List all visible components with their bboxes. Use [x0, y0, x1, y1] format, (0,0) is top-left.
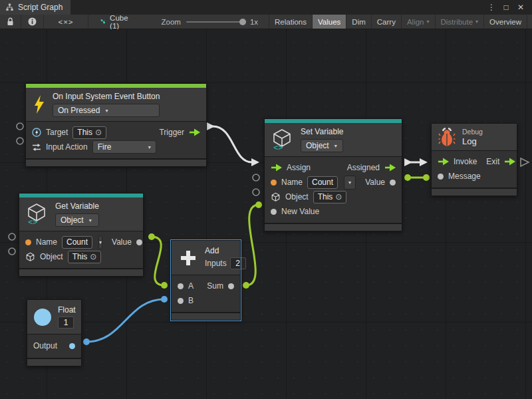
wire-endpoint [161, 282, 168, 289]
node-footer [265, 223, 402, 231]
message-input-port[interactable] [438, 174, 444, 180]
object-cube-icon [271, 192, 281, 202]
more-options-icon[interactable]: ⋮ [485, 3, 497, 12]
tab-script-graph[interactable]: Script Graph [0, 0, 70, 15]
unconnected-port[interactable] [9, 248, 15, 255]
node-footer [27, 358, 81, 366]
node-set-variable[interactable]: <> Set Variable Object ▾ Assign [264, 118, 402, 231]
node-footer [172, 312, 240, 320]
event-mode-dropdown[interactable]: On Pressed ▾ [53, 104, 160, 117]
name-input-port[interactable] [271, 180, 277, 186]
lock-icon [7, 17, 14, 26]
toolbar-button-distribute[interactable]: Distribute ▾ [436, 15, 485, 29]
wire-endpoint [83, 338, 90, 345]
unconnected-port[interactable] [9, 233, 15, 240]
node-get-variable[interactable]: <> Get Variable Object ▾ Name Count ▾ [19, 193, 144, 277]
info-icon [28, 17, 37, 26]
value-output-port[interactable] [390, 180, 396, 186]
zoom-slider[interactable] [186, 21, 245, 23]
node-title: Add [205, 246, 246, 255]
b-input-port[interactable] [178, 298, 184, 304]
close-icon[interactable]: ✕ [515, 3, 527, 12]
node-add[interactable]: Add Inputs 2 A Sum B [171, 240, 241, 321]
svg-text:<>: <> [273, 143, 283, 151]
chevron-down-icon: ▾ [148, 144, 151, 150]
connection-float-b[interactable] [86, 299, 164, 342]
chevron-down-icon: ▾ [426, 19, 429, 25]
output-port[interactable] [69, 343, 75, 349]
toolbar-button-values[interactable]: Values [313, 15, 346, 29]
node-debug-log[interactable]: Debug Log Invoke Exit [431, 123, 517, 196]
window-controls: ⋮ □ ✕ [485, 0, 532, 15]
name-input-port[interactable] [25, 239, 31, 245]
exit-output-port[interactable] [504, 158, 515, 166]
variable-cube-icon: <> [271, 128, 294, 151]
inspect-button[interactable] [21, 15, 44, 29]
graph-toolbar: <×> Cube (1) Zoom 1x Relations Values Di… [0, 15, 532, 29]
connection-getvalue-a[interactable] [152, 237, 164, 285]
unconnected-port[interactable] [17, 123, 23, 130]
object-value-field[interactable]: This ⊙ [68, 251, 102, 263]
graph-target[interactable]: Cube (1) [100, 15, 131, 29]
connection-sum-newvalue[interactable] [246, 205, 259, 285]
wire-endpoint [161, 296, 168, 303]
toolbar-button-align[interactable]: Align ▾ [402, 15, 436, 29]
value-output-port[interactable] [136, 239, 142, 245]
sum-output-port[interactable] [228, 283, 234, 289]
unconnected-flow-port[interactable] [521, 158, 529, 166]
assigned-output-port[interactable] [384, 164, 396, 172]
node-title: Log [462, 136, 483, 146]
name-dropdown-button[interactable]: ▾ [98, 235, 102, 249]
code-view-button[interactable]: <×> [44, 15, 88, 29]
node-float[interactable]: Float 1 Output [27, 299, 82, 366]
unconnected-port[interactable] [253, 189, 259, 196]
toolbar-button-fullscreen[interactable]: Full Screen [527, 15, 532, 29]
unconnected-port[interactable] [253, 174, 259, 181]
toolbar-button-carry[interactable]: Carry [372, 15, 402, 29]
svg-text:<>: <> [28, 217, 37, 225]
connection-trigger-assign[interactable] [213, 126, 252, 162]
lock-button[interactable] [0, 15, 21, 29]
toolbar-button-relations[interactable]: Relations [269, 15, 313, 29]
bug-icon [438, 128, 456, 146]
trigger-output-port[interactable] [189, 128, 200, 136]
graph-target-icon [100, 18, 106, 26]
node-title: On Input System Event Button [53, 92, 160, 101]
invoke-input-port[interactable] [438, 158, 449, 166]
target-icon: ⊙ [95, 128, 102, 137]
variable-scope-dropdown[interactable]: Object ▾ [301, 139, 343, 152]
zoom-value: 1x [250, 18, 258, 26]
name-dropdown-button[interactable]: ▾ [344, 176, 356, 190]
inputs-count-field[interactable]: 2 [230, 257, 246, 269]
input-action-dropdown[interactable]: Fire ▾ [92, 140, 156, 154]
unconnected-port[interactable] [17, 138, 23, 144]
node-on-input-system-event-button[interactable]: On Input System Event Button On Pressed … [25, 83, 207, 167]
toolbar-button-dim[interactable]: Dim [346, 15, 371, 29]
zoom-slider-handle[interactable] [239, 19, 246, 25]
connection-start-arrow [207, 122, 215, 130]
new-value-input-port[interactable] [271, 209, 277, 215]
connection-end-arrow [420, 158, 428, 166]
node-category: Debug [462, 128, 483, 136]
name-value-field[interactable]: Count [62, 236, 92, 249]
script-graph-window: Script Graph ⋮ □ ✕ [0, 0, 532, 399]
graph-target-label: Cube (1) [110, 14, 130, 30]
name-value-field[interactable]: Count [307, 176, 338, 189]
node-title: Float [58, 305, 76, 315]
graph-canvas[interactable]: On Input System Event Button On Pressed … [0, 29, 532, 399]
connection-start-arrow [404, 158, 412, 166]
node-title: Set Variable [301, 127, 343, 136]
toolbar-button-overview[interactable]: Overview [484, 15, 527, 29]
wire-endpoint [255, 201, 262, 208]
node-title: Get Variable [55, 201, 99, 211]
variable-scope-dropdown[interactable]: Object ▾ [55, 213, 99, 227]
a-input-port[interactable] [178, 283, 184, 289]
float-icon [34, 309, 51, 326]
float-value-field[interactable]: 1 [58, 317, 74, 329]
input-action-icon [32, 143, 41, 152]
assign-input-port[interactable] [271, 164, 282, 172]
maximize-icon[interactable]: □ [500, 3, 512, 12]
target-value-field[interactable]: This ⊙ [72, 126, 106, 139]
object-value-field[interactable]: This ⊙ [313, 191, 347, 203]
target-icon: ⊙ [335, 192, 342, 201]
